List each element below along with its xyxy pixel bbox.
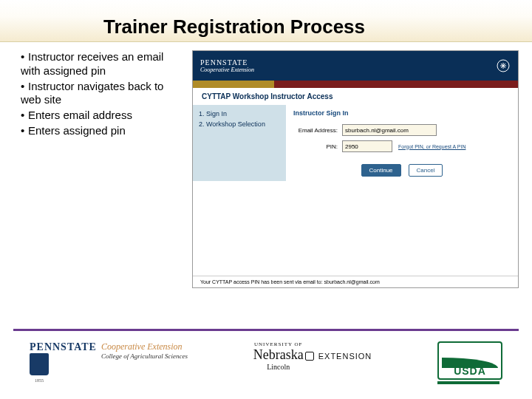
pennstate-logo-header: PENNSTATE Cooperative Extension — [200, 58, 254, 73]
footer-logos: PENNSTATE Cooperative Extension College … — [0, 341, 532, 399]
usda-logo: USDA — [437, 341, 502, 384]
pennstate-name: PENNSTATE — [30, 341, 97, 353]
section-heading: Instructor Sign In — [293, 109, 511, 117]
pennstate-logo: PENNSTATE Cooperative Extension College … — [30, 341, 188, 375]
nebraska-line1: UNIVERSITY OF — [253, 341, 304, 347]
nebraska-extension: EXTENSION — [318, 352, 372, 361]
pennstate-shield-icon — [30, 353, 49, 375]
pennstate-dept: Cooperative Extension College of Agricul… — [101, 341, 188, 360]
usda-card: USDA — [437, 341, 502, 380]
bullet-item: •Instructor receives an email with assig… — [21, 50, 183, 78]
body: •Instructor receives an email with assig… — [21, 50, 519, 296]
email-label: Email Address: — [293, 127, 338, 134]
screenshot-header: PENNSTATE Cooperative Extension — [193, 51, 518, 81]
content-row: 1. Sign In 2. Workshop Selection Instruc… — [193, 105, 518, 181]
button-row: Continue Cancel — [293, 164, 511, 177]
continue-button[interactable]: Continue — [361, 164, 401, 177]
brand-sub: Cooperative Extension — [200, 66, 254, 73]
email-input[interactable] — [342, 124, 437, 136]
cancel-button[interactable]: Cancel — [409, 164, 443, 177]
bullet-item: •Enters email address — [21, 109, 183, 123]
footer: PENNSTATE Cooperative Extension College … — [0, 329, 532, 399]
pin-row: PIN: Forgot PIN, or Request A PIN — [293, 140, 511, 152]
header-icon — [496, 58, 511, 73]
nav-step-1[interactable]: 1. Sign In — [199, 109, 280, 120]
bullet-text: Instructor receives an email with assign… — [21, 50, 163, 77]
confirmation-bar: Your CYTTAP access PIN has been sent via… — [193, 276, 518, 287]
pin-input[interactable] — [342, 140, 392, 152]
nebraska-logo: UNIVERSITY OF Nebraska Lincoln EXTENSION — [253, 341, 372, 371]
nebraska-line2: Nebraska — [253, 347, 304, 363]
slide: Trainer Registration Process •Instructor… — [0, 0, 532, 399]
nebraska-name-block: UNIVERSITY OF Nebraska Lincoln — [253, 341, 304, 371]
pennstate-coop: Cooperative Extension — [101, 341, 188, 352]
bullet-list: •Instructor receives an email with assig… — [21, 50, 183, 140]
embedded-screenshot: PENNSTATE Cooperative Extension CYTTAP W… — [192, 50, 519, 288]
usda-underline — [437, 381, 499, 384]
bullet-text: Enters assigned pin — [28, 124, 126, 137]
accent-bars — [193, 81, 518, 88]
email-row: Email Address: — [293, 124, 511, 136]
bullet-text: Instructor navigates back to web site — [21, 80, 163, 106]
bullet-text: Enters email address — [28, 109, 132, 121]
bullet-item: •Enters assigned pin — [21, 124, 183, 138]
page-heading: CYTTAP Workshop Instructor Access — [193, 88, 518, 105]
slide-title: Trainer Registration Process — [103, 16, 365, 38]
main-panel: Instructor Sign In Email Address: PIN: F… — [286, 105, 518, 181]
pin-label: PIN: — [293, 143, 338, 150]
forgot-pin-link[interactable]: Forgot PIN, or Request A PIN — [398, 144, 466, 149]
nebraska-city: Lincoln — [253, 363, 304, 371]
nebraska-seal-icon — [305, 352, 314, 361]
title-bar: Trainer Registration Process — [0, 0, 532, 42]
usda-text: USDA — [454, 365, 486, 377]
pennstate-text-block: PENNSTATE — [30, 341, 97, 375]
nebraska-text-row: UNIVERSITY OF Nebraska Lincoln EXTENSION — [253, 341, 372, 371]
footer-divider — [13, 329, 519, 331]
nav-step-2[interactable]: 2. Workshop Selection — [199, 120, 280, 130]
brand-name: PENNSTATE — [200, 58, 254, 66]
bullet-item: •Instructor navigates back to web site — [21, 80, 183, 108]
pennstate-college: College of Agricultural Sciences — [101, 352, 188, 360]
step-nav: 1. Sign In 2. Workshop Selection — [193, 105, 286, 181]
